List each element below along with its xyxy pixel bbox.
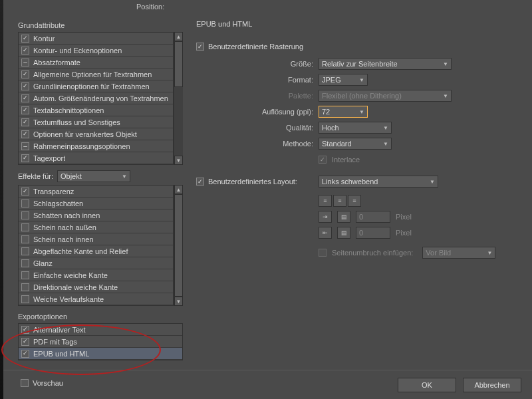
format-dropdown[interactable]: JPEG ▼ [319,74,368,86]
align-left-icon[interactable]: ≡ [319,195,332,207]
list-item[interactable]: Schein nach innen [19,233,173,245]
list-item[interactable]: Kontur [19,33,173,45]
effekte-dropdown[interactable]: Objekt ▼ [57,170,130,182]
list-item-label: Optionen für verankertes Objekt [33,130,137,138]
list-item[interactable]: PDF mit Tags [19,336,182,348]
checkbox[interactable] [21,118,29,126]
checkbox[interactable] [21,338,29,346]
chevron-down-icon: ▼ [443,61,448,67]
list-item-label: Kontur [33,35,55,43]
checkbox[interactable] [21,59,29,66]
list-item[interactable]: Weiche Verlaufskante [19,293,173,305]
checkbox[interactable] [21,142,29,150]
checkbox[interactable] [21,259,29,267]
vorschau-checkbox[interactable] [21,379,29,387]
grundattribute-scrollbar[interactable]: ▲ ▼ [174,32,183,165]
checkbox[interactable] [21,200,29,207]
list-item[interactable]: Absatzformate [19,57,173,68]
groesse-value: Relativ zur Seitenbreite [322,60,398,68]
interlace-checkbox [319,156,327,164]
list-item[interactable]: Tagexport [19,152,173,164]
checkbox[interactable] [21,283,29,291]
list-item-label: Direktionale weiche Kante [33,283,118,291]
effekte-label: Effekte für: [18,172,53,180]
stepper-icon[interactable]: ▤ [337,227,350,239]
aufloesung-value: 72 [322,108,330,116]
scroll-thumb[interactable] [174,194,183,297]
checkbox[interactable] [21,82,29,90]
scroll-up-icon[interactable]: ▲ [174,185,183,194]
list-item[interactable]: Allgemeine Optionen für Textrahmen [19,68,173,80]
checkbox[interactable] [21,211,29,219]
space-after-icon[interactable]: ⇤ [319,227,332,239]
list-item[interactable]: Optionen für verankertes Objekt [19,128,173,140]
align-center-icon[interactable]: ≡ [333,195,346,207]
space-before-icon[interactable]: ⇥ [319,211,332,223]
checkbox[interactable] [21,247,29,255]
list-item-label: Einfache weiche Kante [33,271,108,279]
groesse-label: Größe: [196,60,313,68]
checkbox[interactable] [21,188,29,196]
effekte-scrollbar[interactable]: ▲ ▼ [174,185,183,306]
list-item-label: Autom. Größenänderung von Textrahmen [33,94,168,102]
checkbox[interactable] [21,295,29,303]
list-item[interactable]: Rahmeneinpassungsoptionen [19,140,173,152]
cancel-button[interactable]: Abbrechen [463,378,521,392]
list-item-label: Rahmeneinpassungsoptionen [33,142,130,150]
chevron-down-icon: ▼ [487,250,492,256]
list-item-label: Textumfluss und Sonstiges [33,118,120,126]
list-item[interactable]: Abgeflachte Kante und Relief [19,245,173,257]
checkbox[interactable] [21,350,29,358]
ok-button[interactable]: OK [398,378,456,392]
list-item[interactable]: Schatten nach innen [19,209,173,221]
list-item[interactable]: Kontur- und Eckenoptionen [19,45,173,57]
checkbox[interactable] [21,47,29,55]
list-item[interactable]: EPUB und HTML [19,348,182,360]
list-item-label: Tagexport [33,154,65,162]
checkbox[interactable] [21,35,29,43]
checkbox[interactable] [21,130,29,138]
scroll-up-icon[interactable]: ▲ [174,32,183,41]
checkbox[interactable] [21,223,29,231]
list-item[interactable]: Transparenz [19,186,173,198]
space-after-input[interactable]: 0 [356,227,390,239]
pagebreak-label: Seitenumbruch einfügen: [332,249,413,257]
grundattribute-title: Grundattribute [18,21,183,29]
list-item[interactable]: Autom. Größenänderung von Textrahmen [19,92,173,104]
groesse-dropdown[interactable]: Relativ zur Seitenbreite ▼ [319,58,452,70]
scroll-down-icon[interactable]: ▼ [174,297,183,306]
pagebreak-checkbox[interactable] [319,249,327,257]
list-item[interactable]: Direktionale weiche Kante [19,281,173,293]
checkbox[interactable] [21,235,29,243]
checkbox[interactable] [21,106,29,114]
layout-checkbox[interactable] [196,178,204,186]
list-item[interactable]: Einfache weiche Kante [19,269,173,281]
methode-dropdown[interactable]: Standard ▼ [319,138,392,150]
checkbox[interactable] [21,326,29,334]
scroll-thumb[interactable] [174,41,183,87]
checkbox[interactable] [21,271,29,279]
list-item[interactable]: Textabschnittoptionen [19,104,173,116]
list-item[interactable]: Schein nach außen [19,221,173,233]
checkbox[interactable] [21,154,29,162]
stepper-icon[interactable]: ▤ [337,211,350,223]
pixel-label: Pixel [396,229,412,237]
list-item[interactable]: Textumfluss und Sonstiges [19,116,173,128]
checkbox[interactable] [21,94,29,102]
list-item[interactable]: Alternativer Text [19,324,182,336]
list-item-label: Schein nach innen [33,235,94,243]
layout-value: Links schwebend [322,178,378,186]
space-before-input[interactable]: 0 [356,211,390,223]
scroll-down-icon[interactable]: ▼ [174,156,183,165]
rasterung-checkbox[interactable] [196,43,204,51]
aufloesung-dropdown[interactable]: 72 ▼ [319,106,368,118]
qualitaet-dropdown[interactable]: Hoch ▼ [319,122,392,134]
checkbox[interactable] [21,70,29,78]
list-item[interactable]: Grundlinienoptionen für Textrahmen [19,80,173,92]
list-item-label: Weiche Verlaufskante [33,295,104,303]
align-right-icon[interactable]: ≡ [348,195,361,207]
list-item[interactable]: Schlagschatten [19,198,173,209]
list-item[interactable]: Glanz [19,257,173,269]
chevron-down-icon: ▼ [359,77,364,83]
layout-dropdown[interactable]: Links schwebend ▼ [319,176,438,188]
